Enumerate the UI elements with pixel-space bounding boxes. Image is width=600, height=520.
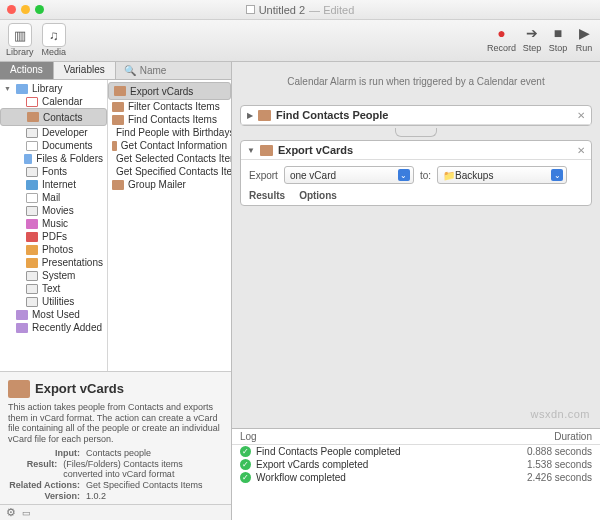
log-row: ✓Export vCards completed1.538 seconds bbox=[232, 458, 600, 471]
lib-presentations[interactable]: Presentations bbox=[0, 256, 107, 269]
dropdown-icon: ⌄ bbox=[551, 169, 563, 181]
lib-pdfs[interactable]: PDFs bbox=[0, 230, 107, 243]
lib-documents[interactable]: Documents bbox=[0, 139, 107, 152]
stop-button[interactable]: ■Stop bbox=[548, 23, 568, 53]
lib-recently-added[interactable]: Recently Added bbox=[0, 321, 107, 334]
library-toggle[interactable]: ▥Library bbox=[6, 23, 34, 57]
action-get-contact-info[interactable]: Get Contact Information bbox=[108, 139, 231, 152]
step-button[interactable]: ➔Step bbox=[522, 23, 542, 53]
document-proxy-icon[interactable] bbox=[246, 5, 255, 14]
export-label: Export bbox=[249, 170, 278, 181]
library-tree: ▼Library Calendar Contacts Developer Doc… bbox=[0, 80, 108, 371]
lib-fonts[interactable]: Fonts bbox=[0, 165, 107, 178]
close-icon[interactable]: ✕ bbox=[577, 145, 585, 156]
zoom-window[interactable] bbox=[35, 5, 44, 14]
results-tab[interactable]: Results bbox=[249, 190, 285, 201]
media-toggle[interactable]: ♫Media bbox=[42, 23, 67, 57]
success-icon: ✓ bbox=[240, 446, 251, 457]
dropdown-icon: ⌄ bbox=[398, 169, 410, 181]
run-button[interactable]: ▶Run bbox=[574, 23, 594, 53]
tab-variables[interactable]: Variables bbox=[54, 62, 116, 79]
close-window[interactable] bbox=[7, 5, 16, 14]
disclosure-icon[interactable]: ▶ bbox=[247, 111, 253, 120]
lib-text[interactable]: Text bbox=[0, 282, 107, 295]
lib-most-used[interactable]: Most Used bbox=[0, 308, 107, 321]
action-get-selected-contacts[interactable]: Get Selected Contacts Items bbox=[108, 152, 231, 165]
minimize-window[interactable] bbox=[21, 5, 30, 14]
to-label: to: bbox=[420, 170, 431, 181]
action-find-birthdays[interactable]: Find People with Birthdays bbox=[108, 126, 231, 139]
action-export-vcards[interactable]: Export vCards bbox=[108, 82, 231, 100]
lib-contacts[interactable]: Contacts bbox=[0, 108, 107, 126]
record-button[interactable]: ●Record bbox=[487, 23, 516, 53]
wf-export-vcards-card[interactable]: ▼ Export vCards ✕ Export one vCard⌄ to: … bbox=[240, 140, 592, 206]
lib-music[interactable]: Music bbox=[0, 217, 107, 230]
lib-internet[interactable]: Internet bbox=[0, 178, 107, 191]
log-panel: LogDuration ✓Find Contacts People comple… bbox=[232, 428, 600, 520]
lib-photos[interactable]: Photos bbox=[0, 243, 107, 256]
log-row: ✓Find Contacts People completed0.888 sec… bbox=[232, 445, 600, 458]
options-tab[interactable]: Options bbox=[299, 190, 337, 201]
action-get-specified-contacts[interactable]: Get Specified Contacts Items bbox=[108, 165, 231, 178]
lib-files-folders[interactable]: Files & Folders bbox=[0, 152, 107, 165]
contacts-icon bbox=[260, 145, 273, 156]
search-input[interactable] bbox=[140, 65, 231, 76]
lib-mail[interactable]: Mail bbox=[0, 191, 107, 204]
wf-find-contacts-card[interactable]: ▶ Find Contacts People ✕ bbox=[240, 105, 592, 126]
tab-actions[interactable]: Actions bbox=[0, 62, 54, 79]
search-field[interactable]: 🔍 bbox=[116, 62, 231, 79]
library-tabs: Actions Variables 🔍 bbox=[0, 62, 231, 80]
workflow-area: Calendar Alarm is run when triggered by … bbox=[232, 62, 600, 520]
lib-developer[interactable]: Developer bbox=[0, 126, 107, 139]
export-format-select[interactable]: one vCard⌄ bbox=[284, 166, 414, 184]
action-find-contacts[interactable]: Find Contacts Items bbox=[108, 113, 231, 126]
export-destination-select[interactable]: 📁 Backups⌄ bbox=[437, 166, 567, 184]
disclosure-icon[interactable]: ▼ bbox=[247, 146, 255, 155]
connector bbox=[240, 128, 592, 140]
toolbar: ▥Library ♫Media ●Record ➔Step ■Stop ▶Run bbox=[0, 20, 600, 62]
library-root[interactable]: ▼Library bbox=[0, 82, 107, 95]
view-toggle-icon[interactable]: ▭ bbox=[22, 508, 31, 518]
success-icon: ✓ bbox=[240, 459, 251, 470]
log-row: ✓Workflow completed2.426 seconds bbox=[232, 471, 600, 484]
titlebar: Untitled 2 — Edited bbox=[0, 0, 600, 20]
close-icon[interactable]: ✕ bbox=[577, 110, 585, 121]
workflow-banner: Calendar Alarm is run when triggered by … bbox=[232, 62, 600, 105]
action-filter-contacts[interactable]: Filter Contacts Items bbox=[108, 100, 231, 113]
watermark: wsxdn.com bbox=[530, 408, 590, 420]
lib-system[interactable]: System bbox=[0, 269, 107, 282]
status-bar: ⚙ ▭ bbox=[0, 504, 231, 520]
gear-icon[interactable]: ⚙ bbox=[6, 506, 16, 519]
window-title: Untitled 2 — Edited bbox=[246, 4, 355, 16]
search-icon: 🔍 bbox=[124, 65, 136, 76]
success-icon: ✓ bbox=[240, 472, 251, 483]
actions-list: Export vCards Filter Contacts Items Find… bbox=[108, 80, 231, 371]
lib-calendar[interactable]: Calendar bbox=[0, 95, 107, 108]
lib-movies[interactable]: Movies bbox=[0, 204, 107, 217]
action-group-mailer[interactable]: Group Mailer bbox=[108, 178, 231, 191]
contacts-icon bbox=[8, 380, 30, 398]
traffic-lights bbox=[7, 5, 44, 14]
contacts-icon bbox=[258, 110, 271, 121]
action-detail: Export vCards This action takes people f… bbox=[0, 371, 231, 504]
lib-utilities[interactable]: Utilities bbox=[0, 295, 107, 308]
